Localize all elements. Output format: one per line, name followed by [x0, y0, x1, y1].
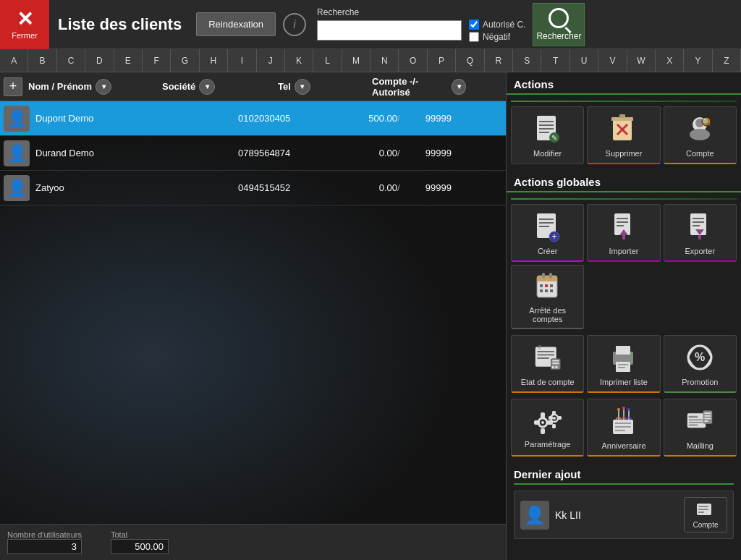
alpha-X[interactable]: X — [656, 49, 684, 72]
imprimer-icon — [610, 343, 638, 373]
supprimer-button[interactable]: Supprimer — [587, 106, 660, 164]
parametrage-button[interactable]: Paramétrage — [511, 399, 584, 457]
modifier-label: Modifier — [533, 149, 562, 158]
svg-rect-94 — [705, 420, 708, 422]
col-nom-label: Nom / Prénom — [28, 81, 92, 92]
client-row-2[interactable]: 👤 Durand Demo 0789564874 0.00 / 99999 — [0, 136, 506, 171]
svg-rect-97 — [698, 509, 708, 510]
client-nom-2: Durand Demo — [35, 148, 144, 158]
client-row-3[interactable]: 👤 Zatyoo 0494515452 0.00 / 99999 — [0, 171, 506, 205]
parametrage-icon — [533, 408, 563, 436]
client-autorise-3: 99999 — [408, 182, 452, 193]
alpha-M[interactable]: M — [342, 49, 370, 72]
svg-rect-25 — [617, 221, 628, 223]
alpha-H[interactable]: H — [200, 49, 228, 72]
svg-rect-48 — [537, 357, 549, 359]
info-icon: i — [293, 18, 296, 31]
svg-point-83 — [622, 407, 625, 410]
alpha-R[interactable]: R — [485, 49, 513, 72]
col-tel-label: Tel — [278, 81, 291, 92]
alpha-G[interactable]: G — [171, 49, 199, 72]
info-button[interactable]: i — [283, 13, 306, 36]
alpha-T[interactable]: T — [541, 49, 569, 72]
modifier-icon: ✎ — [534, 114, 562, 145]
alpha-J[interactable]: J — [257, 49, 285, 72]
promotion-button[interactable]: % Promotion — [664, 335, 737, 393]
sort-compte-icon[interactable]: ▾ — [452, 79, 466, 95]
alpha-P[interactable]: P — [428, 49, 456, 72]
client-row-1[interactable]: 👤 Dupont Demo 0102030405 500.00 / 99999 — [0, 101, 506, 136]
svg-rect-9 — [619, 114, 625, 118]
alpha-S[interactable]: S — [513, 49, 541, 72]
svg-rect-65 — [541, 412, 545, 418]
mailing-button[interactable]: Mailling — [664, 399, 737, 457]
svg-rect-67 — [534, 420, 540, 425]
autorise-checkbox[interactable] — [469, 20, 479, 30]
mailing-icon — [686, 407, 714, 437]
arrete-button[interactable]: Arrêté des comptes — [511, 265, 584, 329]
search-row: Autorisé C. Négatif — [317, 20, 525, 42]
imprimer-label: Imprimer liste — [600, 378, 648, 386]
svg-rect-71 — [552, 411, 556, 415]
extra-actions-grid: Paramétrage — [507, 399, 741, 462]
alpha-C[interactable]: C — [57, 49, 85, 72]
nb-utilisateurs-field: Nombre d'utilisateurs 3 — [0, 527, 89, 557]
creer-label: Créer — [538, 247, 558, 255]
anniversaire-button[interactable]: Anniversaire — [587, 399, 660, 457]
alpha-D[interactable]: D — [85, 49, 114, 72]
alpha-K[interactable]: K — [285, 49, 313, 72]
alpha-E[interactable]: E — [114, 49, 143, 72]
alpha-F[interactable]: F — [143, 49, 171, 72]
alpha-U[interactable]: U — [570, 49, 598, 72]
close-button[interactable]: ✕ Fermer — [0, 0, 49, 49]
svg-rect-18 — [539, 219, 554, 220]
svg-point-53 — [551, 365, 554, 368]
alpha-B[interactable]: B — [28, 49, 56, 72]
alpha-N[interactable]: N — [370, 49, 399, 72]
importer-button[interactable]: Importer — [587, 204, 660, 262]
sort-societe-icon[interactable]: ▾ — [199, 79, 215, 95]
svg-rect-34 — [698, 235, 701, 239]
svg-rect-73 — [549, 416, 553, 420]
exporter-button[interactable]: Exporter — [664, 204, 737, 262]
reindex-button[interactable]: Reindexation — [196, 12, 276, 36]
etat-button[interactable]: € Etat de compte — [511, 335, 584, 393]
arrete-label: Arrêté des comptes — [515, 306, 580, 323]
nb-label: Nombre d'utilisateurs — [7, 530, 82, 539]
negatif-checkbox[interactable] — [469, 32, 479, 42]
svg-rect-58 — [618, 364, 628, 365]
alpha-I[interactable]: I — [228, 49, 256, 72]
sort-tel-icon[interactable]: ▾ — [295, 79, 310, 95]
alpha-Y[interactable]: Y — [684, 49, 712, 72]
svg-rect-86 — [689, 415, 698, 417]
svg-rect-38 — [549, 273, 552, 279]
dernier-section: Dernier ajout 👤 Kk LII Compte — [507, 462, 741, 542]
modifier-button[interactable]: ✎ Modifier — [511, 106, 584, 164]
alpha-A[interactable]: A — [0, 49, 28, 72]
search-button[interactable]: Rechercher — [533, 3, 585, 46]
alpha-Q[interactable]: Q — [456, 49, 484, 72]
creer-button[interactable]: + Créer — [511, 204, 584, 262]
alpha-Z[interactable]: Z — [713, 49, 741, 72]
add-client-button[interactable]: + — [4, 77, 22, 96]
alpha-L[interactable]: L — [313, 49, 342, 72]
bottom-bar: Nombre d'utilisateurs 3 Total 500.00 — [0, 524, 506, 560]
search-input[interactable] — [317, 20, 462, 41]
imprimer-button[interactable]: Imprimer liste — [587, 335, 660, 393]
promotion-label: Promotion — [682, 378, 718, 386]
close-label: Fermer — [12, 31, 37, 40]
alpha-W[interactable]: W — [627, 49, 656, 72]
negatif-checkbox-row: Négatif — [469, 32, 525, 42]
svg-rect-87 — [689, 419, 703, 420]
dernier-compte-button[interactable]: Compte — [684, 497, 727, 533]
compte-button[interactable]: 🔍 Compte — [664, 106, 737, 164]
alpha-O[interactable]: O — [399, 49, 427, 72]
creer-icon: + — [534, 212, 562, 242]
negatif-label: Négatif — [483, 32, 510, 42]
alpha-V[interactable]: V — [598, 49, 627, 72]
svg-rect-40 — [545, 284, 548, 287]
svg-rect-31 — [693, 221, 704, 223]
svg-rect-59 — [618, 367, 625, 368]
sort-nom-icon[interactable]: ▾ — [96, 79, 111, 95]
right-panel: Actions ✎ Modifier — [507, 72, 741, 560]
